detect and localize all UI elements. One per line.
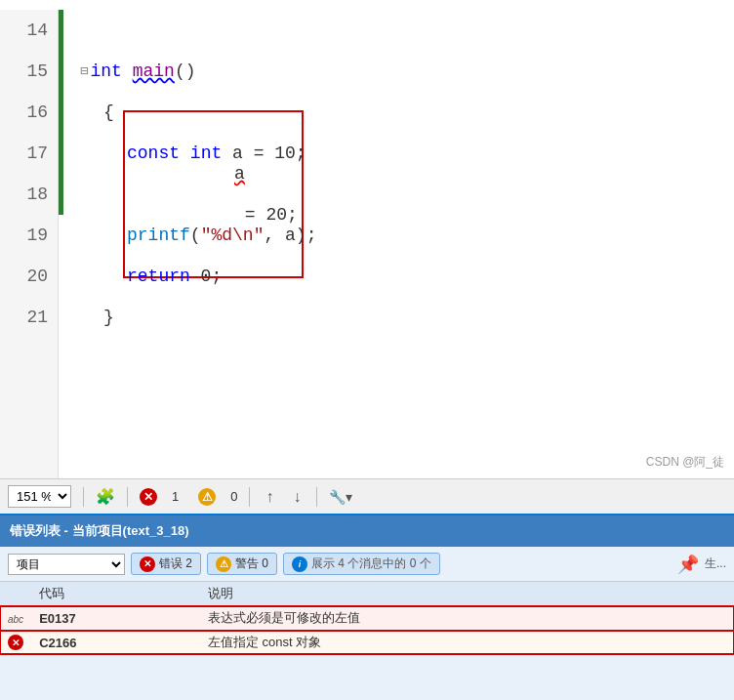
brace-open: { <box>80 92 114 133</box>
error-panel: 错误列表 - 当前项目(text_3_18) 项目 ✕ 错误 2 ⚠ 警告 0 … <box>0 514 734 700</box>
filter-info-button[interactable]: i 展示 4 个消息中的 0 个 <box>283 553 440 575</box>
separator-1 <box>83 487 84 507</box>
col-code-header: 代码 <box>31 582 200 606</box>
keyword-return: return <box>127 256 190 297</box>
warning-count: 0 <box>230 489 237 504</box>
nav-up-arrow[interactable]: ↑ <box>262 488 277 506</box>
error-row-icon: ✕ <box>8 635 23 650</box>
error-count: 1 <box>172 489 179 504</box>
code-line-14 <box>80 10 734 51</box>
table-row[interactable]: abc E0137 表达式必须是可修改的左值 <box>0 606 734 631</box>
brace-close: } <box>80 297 114 338</box>
row-1-icon-cell: abc <box>0 606 31 631</box>
warning-status-icon: ⚠ <box>198 488 216 506</box>
row-1-desc: 表达式必须是可修改的左值 <box>200 606 734 631</box>
error-panel-toolbar: 项目 ✕ 错误 2 ⚠ 警告 0 i 展示 4 个消息中的 0 个 📌 生... <box>0 547 734 582</box>
project-select[interactable]: 项目 <box>8 554 125 575</box>
row-2-code: C2166 <box>31 631 200 655</box>
row-2-icon-cell: ✕ <box>0 631 31 655</box>
row-1-code: E0137 <box>31 606 200 631</box>
filter-icon[interactable]: 🔧▾ <box>329 489 352 505</box>
space <box>122 51 133 92</box>
filter-error-icon: ✕ <box>140 556 155 572</box>
nav-down-arrow[interactable]: ↓ <box>289 488 305 506</box>
error-panel-header: 错误列表 - 当前项目(text_3_18) <box>0 515 734 547</box>
abc-icon: abc <box>8 614 23 625</box>
line-numbers: 14 15 16 17 18 19 20 21 <box>0 10 59 478</box>
code-line-18: a = 20; <box>80 174 734 215</box>
spell-icon: 🧩 <box>96 487 115 506</box>
gutter <box>59 10 70 478</box>
error-var: a <box>234 164 245 184</box>
filter-warning-button[interactable]: ⚠ 警告 0 <box>207 553 277 575</box>
panel-tool-right: 📌 生... <box>677 554 726 575</box>
table-header-row: 代码 说明 <box>0 582 734 606</box>
filter-error-label: 错误 2 <box>159 556 192 572</box>
error-table: 代码 说明 abc E0137 表达式必须是可修改的左值 ✕ C2166 左值指… <box>0 582 734 654</box>
green-indicator <box>59 10 63 215</box>
filter-error-button[interactable]: ✕ 错误 2 <box>131 553 201 575</box>
filter-info-icon: i <box>292 556 307 572</box>
error-status-icon: ✕ <box>140 488 157 506</box>
separator-4 <box>316 487 317 507</box>
zoom-select[interactable]: 151 % <box>8 485 71 508</box>
separator-3 <box>249 487 250 507</box>
code-editor[interactable]: 14 15 16 17 18 19 20 21 ⊟int main() { <box>0 0 734 478</box>
col-desc-header: 说明 <box>200 582 734 606</box>
expand-label: 生... <box>705 556 726 572</box>
filter-warning-label: 警告 0 <box>235 556 268 572</box>
function-name: main <box>133 51 175 92</box>
code-line-21: } <box>80 297 734 338</box>
code-content: ⊟int main() { const int a = 10; a = 20; <box>70 10 734 478</box>
string-literal: "%d\n" <box>201 215 265 256</box>
keyword-int: int <box>90 51 121 92</box>
code-line-19: printf ( "%d\n" , a); <box>80 215 734 256</box>
filter-warning-icon: ⚠ <box>216 556 231 572</box>
status-bar: 151 % 🧩 ✕ 1 ⚠ 0 ↑ ↓ 🔧▾ <box>0 478 734 514</box>
table-row[interactable]: ✕ C2166 左值指定 const 对象 <box>0 631 734 655</box>
row-2-desc: 左值指定 const 对象 <box>200 631 734 655</box>
watermark: CSDN @阿_徒 <box>646 454 724 471</box>
function-printf: printf <box>127 215 190 256</box>
filter-info-label: 展示 4 个消息中的 0 个 <box>311 556 431 572</box>
collapse-icon[interactable]: ⊟ <box>80 51 88 92</box>
col-icon-header <box>0 582 31 606</box>
separator-2 <box>127 487 128 507</box>
parens: () <box>175 51 196 92</box>
code-line-15: ⊟int main() <box>80 51 734 92</box>
error-panel-title: 错误列表 - 当前项目(text_3_18) <box>10 522 188 540</box>
pin-button[interactable]: 📌 <box>677 554 699 575</box>
code-line-20: return 0; <box>80 256 734 297</box>
